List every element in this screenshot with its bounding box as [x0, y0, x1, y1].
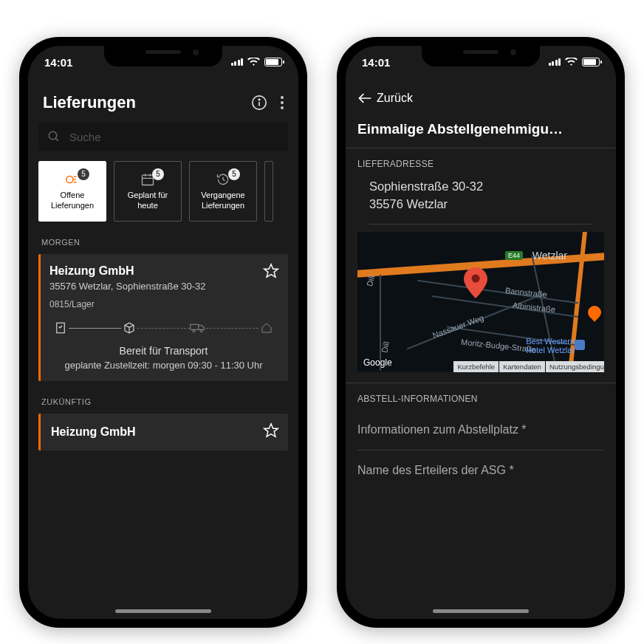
wifi-icon [565, 58, 578, 66]
tab-badge: 5 [152, 168, 164, 180]
svg-point-3 [49, 131, 57, 140]
favorite-icon[interactable] [263, 263, 279, 282]
tab-planned-today[interactable]: 5 Geplant fürheute [114, 161, 182, 222]
input-abstellplatz[interactable]: Informationen zum Abstellplatz * [357, 410, 604, 451]
map-street-label: Bannstraße [505, 286, 548, 299]
map-poi-icon [585, 303, 603, 321]
svg-point-19 [193, 329, 195, 332]
status-time: 14:01 [44, 56, 72, 69]
svg-point-5 [66, 177, 73, 183]
section-label-zukuenftig: ZUKÜNFTIG [28, 391, 298, 414]
map-city-label: Wetzlar [532, 250, 567, 261]
delivery-card-future[interactable]: Heizung GmbH [38, 414, 288, 451]
screen-left: 14:01 Lieferungen Suche [28, 46, 298, 619]
home-indicator[interactable] [115, 609, 211, 613]
search-placeholder: Suche [69, 131, 101, 143]
delivery-progress [49, 320, 278, 336]
input-placeholder: Informationen zum Abstellplatz * [357, 423, 527, 436]
progress-node-packed [121, 320, 137, 336]
svg-point-20 [200, 329, 202, 332]
notch-grill [463, 50, 499, 54]
notch-camera [193, 49, 199, 55]
status-time: 14:01 [362, 56, 390, 69]
phone-left: 14:01 Lieferungen Suche [19, 37, 307, 628]
tab-overflow[interactable] [264, 161, 273, 222]
google-logo: Google [363, 357, 392, 368]
home-indicator[interactable] [433, 609, 529, 613]
tab-label: Geplant für [128, 191, 168, 199]
map-street-label: Albinistraße [513, 301, 556, 314]
svg-line-4 [55, 138, 58, 141]
input-placeholder: Name des Erteilers der ASG * [357, 464, 514, 476]
filter-tabs: 5 OffeneLieferungen 5 Geplant fürheute 5… [28, 161, 298, 232]
svg-point-23 [472, 274, 480, 282]
delivery-address: Sophienstraße 30-32 35576 Wetzlar [369, 175, 592, 225]
tab-badge: 5 [78, 168, 89, 180]
tab-badge: 5 [228, 168, 240, 180]
section-lieferadresse: LIEFERADRESSE [346, 148, 616, 175]
notch-grill [145, 50, 181, 54]
battery-icon [582, 58, 600, 66]
card-company: Heizung GmbH [49, 264, 278, 278]
map-street-label: Nassauer Weg [431, 313, 484, 340]
back-label: Zurück [377, 92, 413, 105]
tab-open-deliveries[interactable]: 5 OffeneLieferungen [38, 161, 106, 222]
map-street-label: Moritz-Budge-Straße [461, 338, 537, 354]
page-title: Lieferungen [43, 93, 136, 112]
map-pin-icon [464, 267, 487, 301]
svg-rect-9 [143, 175, 154, 185]
card-eta: geplante Zustellzeit: morgen 09:30 - 11:… [49, 360, 278, 371]
map-hotel-icon [575, 340, 585, 350]
phone-right: 14:01 Zurück Einmalige Abstellgenehmigu…… [337, 37, 625, 628]
card-address: 35576 Wetzlar, Sophienstraße 30-32 [49, 281, 278, 292]
signal-icon [231, 58, 244, 66]
search-input[interactable]: Suche [38, 123, 288, 151]
section-abstell: ABSTELL-INFORMATIONEN [346, 383, 616, 410]
search-icon [47, 130, 61, 143]
back-button[interactable]: Zurück [346, 78, 616, 115]
delivery-card[interactable]: Heizung GmbH 35576 Wetzlar, Sophienstraß… [38, 254, 288, 381]
card-reference: 0815/Lager [49, 299, 278, 309]
status-right [231, 58, 283, 66]
svg-point-2 [258, 99, 259, 100]
progress-node-transit [190, 320, 206, 336]
page-title: Einmalige Abstellgenehmigu… [346, 115, 616, 148]
tab-label: Offene [61, 191, 85, 199]
map-hotel-label: Best Western Hotel Wetzlar [526, 337, 575, 354]
favorite-icon[interactable] [263, 422, 279, 442]
map-view[interactable]: E44 Wetzlar Bannstraße Albinistraße Nass… [357, 232, 604, 372]
notch-camera [510, 49, 516, 55]
svg-marker-21 [264, 424, 278, 436]
back-arrow-icon [357, 92, 372, 104]
card-company: Heizung GmbH [51, 425, 278, 439]
tab-label: Vergangene [201, 191, 244, 199]
svg-rect-18 [191, 324, 199, 329]
tab-past-deliveries[interactable]: 5 VergangeneLieferungen [189, 161, 257, 222]
signal-icon [549, 58, 561, 66]
status-right [549, 58, 600, 66]
map-route-badge: E44 [505, 251, 523, 260]
section-label-morgen: MORGEN [28, 232, 298, 254]
card-status: Bereit für Transport [49, 345, 278, 357]
svg-line-14 [223, 179, 225, 181]
info-icon[interactable] [251, 95, 267, 111]
input-erteiler[interactable]: Name des Erteilers der ASG * [357, 451, 604, 490]
map-attribution[interactable]: Kurzbefehle Kartendaten Nutzungsbedingun… [453, 361, 604, 372]
progress-node-delivered [258, 320, 275, 336]
map-river-label: Dill [365, 274, 376, 287]
more-menu-icon[interactable] [281, 96, 284, 109]
screen-right: 14:01 Zurück Einmalige Abstellgenehmigu…… [346, 46, 616, 619]
map-river-label: Dill [380, 340, 391, 353]
wifi-icon [247, 58, 260, 66]
svg-marker-15 [264, 264, 278, 277]
progress-node-ordered [52, 320, 69, 336]
page-header: Lieferungen [28, 78, 298, 123]
battery-icon [264, 58, 282, 66]
